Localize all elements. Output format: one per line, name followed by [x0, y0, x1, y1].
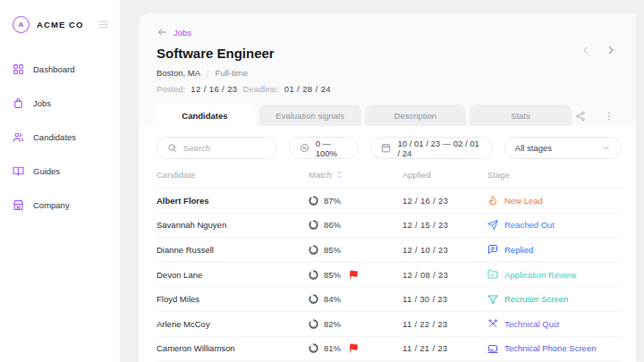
- date-range-value: 10 / 01 / 23 — 02 / 01 / 24: [397, 139, 481, 158]
- table-row[interactable]: Floyd Miles 84% 11 / 30 / 23 Recruiter S…: [157, 287, 622, 312]
- send-icon: [487, 220, 498, 231]
- back-arrow-icon: [157, 27, 167, 38]
- tab-evaluation-signals[interactable]: Evaluation signals: [259, 105, 361, 126]
- meta-divider: |: [207, 68, 208, 78]
- sidebar-item-label: Company: [33, 200, 70, 210]
- match-percent: 87%: [324, 196, 341, 206]
- stage-label: Replied: [504, 245, 533, 255]
- tab-tools: [575, 111, 622, 126]
- match-cell: 85%: [309, 245, 402, 255]
- breadcrumb-jobs-link[interactable]: Jobs: [174, 28, 191, 38]
- storefront-icon: [13, 199, 24, 211]
- match-ring-icon: [309, 196, 318, 206]
- candidate-name: Albert Flores: [157, 196, 309, 206]
- stage-label: Technical Phone Screen: [504, 343, 596, 353]
- search-input-wrap[interactable]: [157, 137, 277, 159]
- stage-cell: Recruiter Screen: [487, 294, 622, 305]
- sidebar-item-candidates[interactable]: Candidates: [13, 131, 109, 143]
- flame-icon: [487, 195, 498, 206]
- table-row[interactable]: Cameron Williamson 81% 11 / 21 / 23 Tech…: [157, 337, 622, 362]
- match-ring-icon: [309, 220, 318, 230]
- laptop-icon: [487, 343, 498, 354]
- chevron-down-icon: [601, 143, 611, 153]
- tab-candidates[interactable]: Candidates: [154, 105, 256, 126]
- match-cell: 81%: [309, 343, 402, 353]
- match-percent: 84%: [324, 294, 341, 304]
- tab-stats[interactable]: Stats: [470, 105, 572, 126]
- table-row[interactable]: Devon Lane 85% 12 / 08 / 23 Application …: [157, 263, 622, 288]
- stage-cell: Replied: [487, 244, 622, 255]
- deadline-label: Deadline:: [243, 84, 279, 94]
- match-percent: 85%: [324, 245, 341, 255]
- calendar-icon: [381, 143, 391, 153]
- match-ring-icon: [309, 343, 318, 353]
- table-row[interactable]: Albert Flores 87% 12 / 16 / 23 New Lead: [157, 189, 622, 214]
- posted-label: Posted:: [157, 84, 185, 94]
- match-percent: 81%: [324, 343, 341, 353]
- sidebar-item-label: Jobs: [33, 98, 51, 108]
- dashboard-grid-icon: [13, 63, 24, 75]
- candidate-name: Devon Lane: [157, 270, 309, 280]
- candidate-name: Cameron Williamson: [157, 343, 309, 353]
- match-range-value: 0 — 100%: [316, 139, 349, 158]
- sidebar-item-company[interactable]: Company: [13, 199, 109, 211]
- candidates-panel: 0 — 100% 10 / 01 / 23 — 02 / 01 / 24 All…: [139, 126, 636, 362]
- match-cell: 87%: [309, 196, 402, 206]
- brand-logo-icon: A: [13, 16, 30, 33]
- tabs: Candidates Evaluation signals Descriptio…: [139, 94, 636, 126]
- share-icon[interactable]: [575, 111, 586, 122]
- tab-description[interactable]: Description: [365, 105, 467, 126]
- stage-cell: Reached Out: [487, 220, 622, 231]
- people-icon: [13, 131, 24, 143]
- job-employment-type: Full-time: [216, 68, 248, 78]
- applied-date: 12 / 08 / 23: [402, 270, 487, 280]
- search-input[interactable]: [183, 143, 267, 153]
- sidebar-item-jobs[interactable]: Jobs: [13, 97, 109, 109]
- sidebar-item-label: Candidates: [33, 132, 76, 142]
- chevron-left-icon[interactable]: [580, 45, 591, 55]
- posted-date: 12 / 16 / 23: [191, 84, 237, 94]
- candidate-name: Dianne Russell: [157, 245, 309, 255]
- stage-label: New Lead: [504, 196, 543, 206]
- applied-date: 11 / 22 / 23: [402, 319, 487, 329]
- col-candidate: Candidate: [157, 170, 309, 180]
- deadline-date: 01 / 28 / 24: [284, 84, 331, 94]
- breadcrumb[interactable]: Jobs: [157, 27, 622, 38]
- percent-circle-icon: [300, 143, 309, 153]
- brand: A Acme Co: [13, 16, 109, 33]
- date-range-filter[interactable]: 10 / 01 / 23 — 02 / 01 / 24: [370, 137, 492, 159]
- stage-label: Technical Quiz: [504, 319, 560, 329]
- table-row[interactable]: Dianne Russell 85% 12 / 10 / 23 Replied: [157, 238, 622, 263]
- stage-cell: Technical Phone Screen: [487, 343, 622, 354]
- kebab-menu-icon[interactable]: [604, 111, 614, 122]
- chevron-right-icon[interactable]: [606, 45, 616, 55]
- stage-filter-select[interactable]: All stages: [504, 137, 622, 159]
- book-icon: [13, 165, 24, 177]
- collapse-sidebar-icon[interactable]: [97, 19, 109, 30]
- match-range-filter[interactable]: 0 — 100%: [289, 137, 360, 159]
- applied-date: 11 / 21 / 23: [402, 343, 487, 353]
- col-stage: Stage: [487, 170, 622, 180]
- table-row[interactable]: Arlene McCoy 82% 11 / 22 / 23 Technical …: [157, 312, 622, 337]
- job-location: Boston, MA: [157, 68, 200, 78]
- candidate-name: Arlene McCoy: [157, 319, 309, 329]
- candidate-name: Floyd Miles: [157, 294, 309, 304]
- sidebar-item-guides[interactable]: Guides: [13, 165, 109, 177]
- applied-date: 12 / 16 / 23: [402, 196, 487, 206]
- stage-cell: New Lead: [487, 195, 622, 206]
- stage-label: Reached Out: [504, 220, 555, 230]
- col-applied: Applied: [402, 170, 487, 180]
- stage-cell: Application Review: [487, 269, 622, 280]
- stage-label: Recruiter Screen: [504, 294, 568, 304]
- sidebar-item-dashboard[interactable]: Dashboard: [13, 63, 109, 75]
- sidebar: A Acme Co Dashboard Jobs Candidates Guid…: [0, 0, 120, 362]
- job-meta: Boston, MA | Full-time: [157, 68, 622, 78]
- sort-icon[interactable]: [335, 170, 343, 180]
- match-percent: 86%: [324, 220, 341, 230]
- table-row[interactable]: Savannah Nguyen 86% 12 / 15 / 23 Reached…: [157, 214, 622, 239]
- match-ring-icon: [309, 245, 318, 255]
- stage-filter-value: All stages: [515, 143, 552, 153]
- table-header: Candidate Match Applied Stage: [157, 170, 622, 189]
- flag-icon: [349, 343, 359, 353]
- match-cell: 86%: [309, 220, 402, 230]
